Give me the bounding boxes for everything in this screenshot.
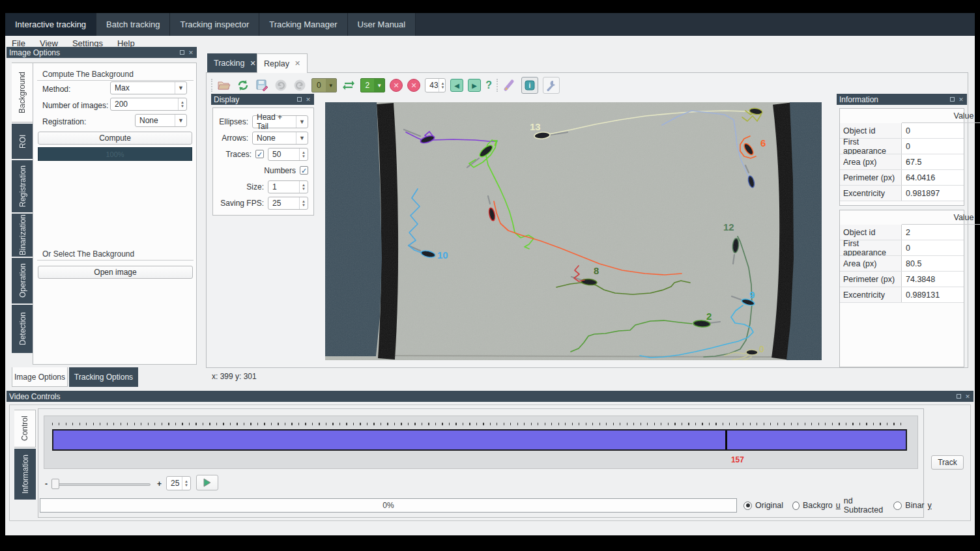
numbers-checkbox[interactable]: ✓	[300, 166, 308, 175]
top-tab-bar: Interactive tracking Batch tracking Trac…	[5, 13, 975, 36]
swap-button[interactable]	[341, 78, 356, 92]
tab-interactive-tracking[interactable]: Interactive tracking	[5, 13, 96, 36]
row-value: 80.5	[902, 256, 964, 271]
timeline-area[interactable]: 157	[44, 416, 918, 469]
video-frame-view[interactable]: 713612108290	[325, 102, 822, 360]
info-toggle-button[interactable]: i	[521, 77, 538, 94]
spin-arrows-icon[interactable]: ▲▼	[299, 148, 308, 160]
doctab-tracking[interactable]: Tracking✕	[207, 53, 263, 73]
play-icon	[203, 478, 212, 487]
speed-slider[interactable]	[53, 483, 151, 486]
saving-fps-spinner[interactable]: 25▲▼	[268, 197, 308, 210]
tab-batch-tracking[interactable]: Batch tracking	[96, 13, 170, 36]
bottomtab-image-options[interactable]: Image Options	[12, 367, 68, 387]
close-icon[interactable]: ✕	[305, 96, 311, 103]
sidetab-registration[interactable]: Registration	[12, 160, 33, 212]
replay-toolbar: 0 ▼ 2 ▼ ✕ ✕ 43▲▼ ◀ ▶ ? i	[211, 76, 560, 94]
table-row[interactable]: Area (px)67.5	[840, 154, 964, 170]
spin-arrows-icon[interactable]: ▲▼	[299, 181, 308, 193]
help-icon[interactable]: ?	[485, 79, 492, 91]
table-row[interactable]: Excentricity0.981897	[840, 186, 964, 201]
bottomtab-tracking-options[interactable]: Tracking Options	[69, 367, 138, 387]
doctab-replay[interactable]: Replay✕	[257, 53, 308, 73]
spin-arrows-icon[interactable]: ▲▼	[182, 477, 190, 490]
timeline-bar[interactable]	[52, 429, 907, 451]
previous-frame-button[interactable]: ◀	[450, 79, 463, 92]
screen: Interactive tracking Batch tracking Trac…	[0, 0, 980, 551]
open-image-button[interactable]: Open image	[38, 266, 193, 279]
radio-background-subtracted[interactable]: Background Subtracted	[792, 496, 884, 515]
ellipses-value: Head + Tail	[257, 113, 296, 131]
delete-frames-button[interactable]: ✕	[407, 79, 420, 92]
annotate-button[interactable]	[502, 78, 517, 92]
close-icon[interactable]: ✕	[188, 49, 194, 56]
sidetab-roi[interactable]: ROI	[12, 124, 33, 159]
table-row[interactable]: First appearance0	[840, 240, 964, 256]
frame-count-spinner[interactable]: 43▲▼	[425, 78, 446, 92]
svg-text:i: i	[529, 82, 531, 89]
ellipses-combo[interactable]: Head + Tail▼	[252, 115, 308, 128]
table-row[interactable]: Area (px)80.5	[840, 256, 964, 272]
control-tab-page: 157 - + 25▲▼ 0% OriginalBackground Subtr…	[38, 408, 924, 518]
reload-button[interactable]	[236, 78, 250, 92]
arrows-combo[interactable]: None▼	[252, 132, 308, 145]
float-icon[interactable]	[296, 96, 302, 103]
undo-button	[274, 78, 288, 92]
close-icon[interactable]: ✕	[964, 393, 971, 400]
sidetab-detection[interactable]: Detection	[12, 305, 33, 353]
timeline-marker[interactable]	[725, 431, 727, 449]
float-icon[interactable]	[955, 393, 962, 400]
row-label: First appearance	[840, 139, 902, 154]
table-row[interactable]: First appearance0	[840, 139, 964, 154]
table-row[interactable]: Perimeter (px)64.0416	[840, 170, 964, 186]
method-combo[interactable]: Max▼	[110, 81, 187, 94]
sidetab-operation[interactable]: Operation	[12, 258, 33, 304]
vc-tab-control[interactable]: Control	[14, 410, 36, 447]
open-folder-button[interactable]	[217, 78, 231, 92]
close-icon[interactable]: ✕	[295, 59, 300, 68]
radio-binary[interactable]: Binary	[893, 501, 931, 510]
registration-combo[interactable]: None▼	[135, 114, 187, 127]
vc-tab-information[interactable]: Information	[14, 449, 36, 500]
num-images-label: Number of images:	[42, 101, 108, 110]
tab-user-manual[interactable]: User Manual	[348, 13, 416, 36]
traces-spinner[interactable]: 50▲▼	[268, 148, 308, 161]
method-value: Max	[115, 83, 130, 92]
tab-tracking-manager[interactable]: Tracking Manager	[259, 13, 347, 36]
size-spinner[interactable]: 1▲▼	[268, 180, 308, 193]
toolbar-handle[interactable]	[211, 79, 212, 92]
sidetab-binarization[interactable]: Binarization	[12, 214, 33, 257]
chevron-down-icon: ▼	[296, 116, 308, 128]
float-icon[interactable]	[179, 49, 185, 56]
spin-arrows-icon[interactable]: ▲▼	[439, 79, 447, 92]
arrows-label: Arrows:	[222, 134, 248, 143]
compute-button[interactable]: Compute	[38, 132, 192, 145]
object-b-combo[interactable]: 2 ▼	[360, 78, 386, 92]
next-frame-button[interactable]: ▶	[468, 79, 481, 92]
export-button[interactable]	[255, 78, 269, 92]
table-row[interactable]: Object id0	[840, 123, 964, 139]
traces-checkbox[interactable]: ✓	[255, 150, 264, 158]
playback-fps-spinner[interactable]: 25▲▼	[166, 476, 191, 490]
settings-button[interactable]	[543, 77, 560, 94]
table-row[interactable]: Excentricity0.989131	[840, 287, 964, 303]
play-button[interactable]	[196, 475, 218, 490]
table-row[interactable]: Object id2	[840, 225, 964, 240]
speed-slider-handle[interactable]	[51, 479, 59, 489]
table-row[interactable]: Perimeter (px)74.3848	[840, 272, 964, 287]
spin-arrows-icon[interactable]: ▲▼	[178, 98, 186, 110]
close-icon[interactable]: ✕	[958, 96, 964, 103]
float-icon[interactable]	[949, 96, 955, 103]
tab-tracking-inspector[interactable]: Tracking inspector	[170, 13, 259, 36]
delete-object-button[interactable]: ✕	[390, 79, 403, 92]
sidetab-background[interactable]: Background	[12, 63, 33, 122]
traces-value: 50	[272, 150, 281, 159]
wrench-icon	[545, 79, 557, 91]
track-button[interactable]: Track	[931, 455, 964, 470]
close-icon[interactable]: ✕	[250, 59, 255, 68]
num-images-spinner[interactable]: 200▲▼	[110, 98, 187, 111]
radio-original[interactable]: Original	[743, 501, 783, 510]
spin-arrows-icon[interactable]: ▲▼	[299, 197, 308, 209]
object-a-combo[interactable]: 0 ▼	[311, 78, 337, 92]
refresh-icon	[237, 79, 249, 91]
